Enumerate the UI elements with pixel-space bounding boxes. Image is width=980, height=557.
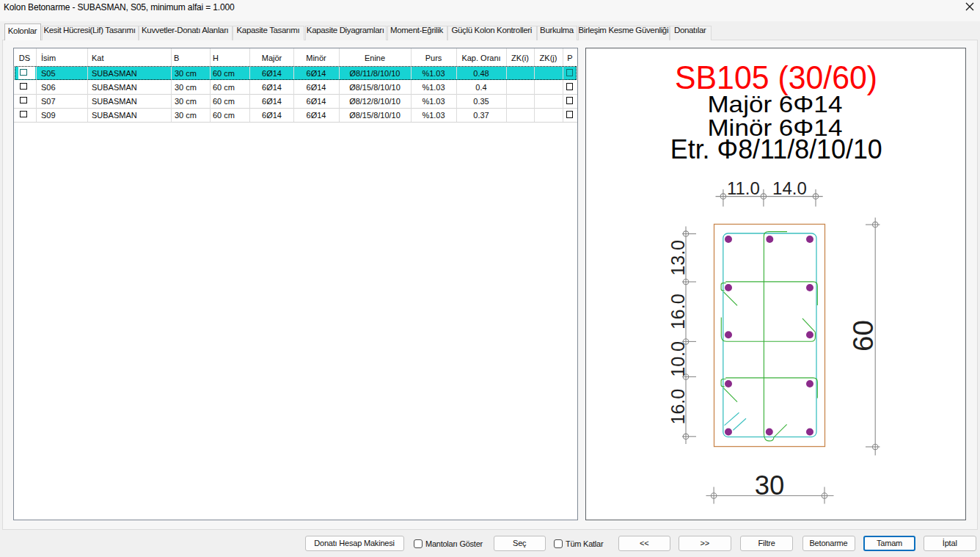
svg-text:SB105 (30/60): SB105 (30/60)	[675, 60, 877, 95]
svg-text:16.0: 16.0	[668, 389, 689, 425]
svg-text:60: 60	[847, 320, 879, 352]
svg-text:11.0: 11.0	[727, 178, 760, 198]
svg-text:Etr. Φ8/11/8/10/10: Etr. Φ8/11/8/10/10	[670, 134, 882, 164]
svg-text:16.0: 16.0	[668, 294, 689, 330]
svg-text:13.0: 13.0	[668, 240, 689, 276]
svg-text:14.0: 14.0	[772, 178, 807, 198]
svg-text:10.0: 10.0	[668, 341, 689, 377]
svg-text:Majör 6Φ14: Majör 6Φ14	[707, 92, 842, 117]
svg-text:30: 30	[755, 470, 785, 500]
